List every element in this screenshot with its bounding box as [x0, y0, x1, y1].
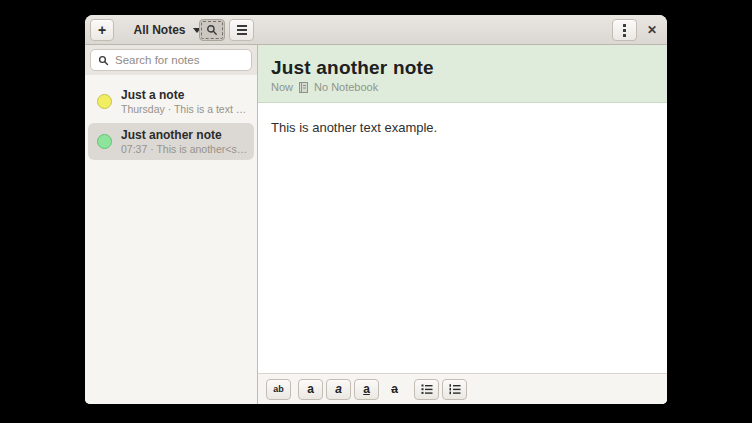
- bold-button[interactable]: a: [298, 379, 323, 400]
- collection-selector-label: All Notes: [133, 23, 185, 37]
- new-note-button[interactable]: +: [90, 19, 114, 41]
- note-view: Just another note Now No Notebook This: [258, 45, 667, 404]
- search-input[interactable]: [115, 54, 244, 66]
- close-icon: ✕: [647, 24, 657, 36]
- strikethrough-icon: a: [391, 383, 398, 395]
- underline-icon: a: [363, 383, 370, 395]
- note-color-dot: [97, 134, 112, 149]
- search-toggle-button[interactable]: [199, 19, 225, 41]
- note-color-dot: [97, 94, 112, 109]
- headerbar: + All Notes: [85, 15, 667, 45]
- note-body-editor[interactable]: This is another text example.: [258, 103, 667, 373]
- collection-selector-button[interactable]: All Notes: [129, 19, 205, 41]
- note-title: Just another note: [271, 57, 654, 78]
- note-item-title: Just another note: [121, 128, 248, 142]
- note-meta: Now No Notebook: [271, 81, 654, 93]
- close-window-button[interactable]: ✕: [642, 19, 662, 41]
- text-style-icon: ab: [273, 385, 284, 394]
- search-entry: [90, 49, 252, 71]
- bold-icon: a: [307, 383, 314, 395]
- search-icon: [98, 55, 109, 66]
- text-style-button[interactable]: ab: [266, 379, 291, 400]
- notebook-icon: [298, 82, 309, 93]
- italic-button[interactable]: a: [326, 379, 351, 400]
- note-item-subtitle: Thursday · This is a text example.: [121, 103, 248, 115]
- hamburger-icon: [237, 25, 247, 35]
- note-list-item[interactable]: Just another note 07:37 · This is anothe…: [88, 123, 254, 160]
- format-toolbar: ab a a a a: [258, 373, 667, 404]
- notes-sidebar: Just a note Thursday · This is a text ex…: [85, 45, 258, 404]
- strikethrough-button[interactable]: a: [382, 379, 407, 400]
- search-icon: [206, 24, 218, 36]
- note-body-text: This is another text example.: [271, 120, 654, 135]
- main-menu-button[interactable]: [229, 19, 254, 41]
- note-item-subtitle: 07:37 · This is another<span style…: [121, 143, 248, 155]
- underline-button[interactable]: a: [354, 379, 379, 400]
- ordered-list-icon: [449, 383, 461, 395]
- note-timestamp: Now: [271, 81, 293, 93]
- bullet-list-icon: [421, 383, 433, 395]
- note-item-title: Just a note: [121, 88, 248, 102]
- plus-icon: +: [98, 23, 106, 37]
- search-strip: [85, 45, 257, 75]
- note-list-item[interactable]: Just a note Thursday · This is a text ex…: [88, 83, 254, 120]
- bullet-list-button[interactable]: [414, 379, 439, 400]
- note-header: Just another note Now No Notebook: [258, 45, 667, 103]
- note-list: Just a note Thursday · This is a text ex…: [85, 75, 257, 160]
- kebab-menu-icon: [623, 24, 626, 37]
- ordered-list-button[interactable]: [442, 379, 467, 400]
- desktop-background: + All Notes: [0, 0, 752, 423]
- italic-icon: a: [335, 383, 342, 395]
- more-options-button[interactable]: [612, 19, 637, 41]
- notebook-label[interactable]: No Notebook: [314, 81, 378, 93]
- notes-app-window: + All Notes: [85, 15, 667, 404]
